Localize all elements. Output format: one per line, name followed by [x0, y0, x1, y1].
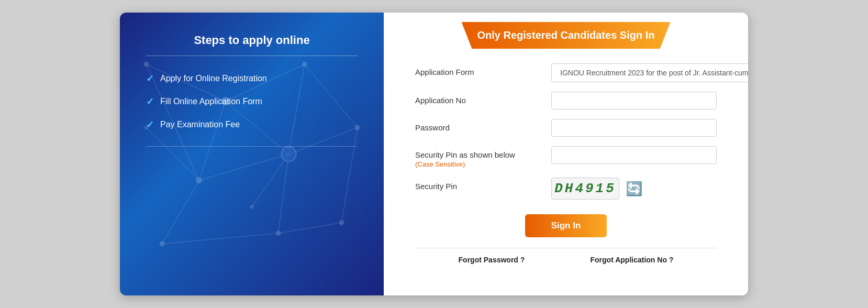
svg-line-7	[162, 180, 199, 244]
refresh-captcha-icon[interactable]: 🔄	[626, 181, 642, 197]
svg-line-9	[278, 154, 288, 233]
svg-point-23	[275, 230, 281, 236]
forgot-application-link[interactable]: Forgot Application No ?	[591, 256, 674, 264]
right-header: Only Registered Candidates Sign In	[462, 22, 671, 49]
captcha-label: Security Pin	[415, 178, 551, 191]
svg-line-12	[278, 223, 341, 233]
right-panel: Only Registered Candidates Sign In Appli…	[384, 13, 748, 295]
password-row: Password	[415, 119, 717, 137]
application-form-row: Application Form IGNOU Recruitment 2023 …	[415, 63, 717, 82]
svg-point-24	[339, 220, 344, 225]
application-form-label: Application Form	[415, 63, 551, 76]
step-3: ✓ Pay Examination Fee	[146, 119, 358, 130]
sign-in-row: Sign In	[415, 209, 717, 240]
svg-line-11	[162, 233, 279, 244]
step-2: ✓ Fill Online Application Form	[146, 96, 358, 107]
check-icon-2: ✓	[146, 96, 154, 107]
password-input[interactable]	[551, 119, 717, 137]
svg-point-22	[160, 241, 165, 246]
application-no-label: Application No	[415, 92, 551, 105]
svg-line-6	[199, 154, 288, 180]
check-icon-1: ✓	[146, 73, 154, 84]
security-pin-input-label: Security Pin as shown below (Case Sensit…	[415, 146, 551, 168]
security-pin-text: Security Pin as shown below	[415, 150, 515, 159]
case-sensitive-note: (Case Sensitive)	[415, 160, 551, 168]
form-divider	[415, 248, 717, 248]
captcha-display-row: DH4915 🔄	[551, 178, 642, 200]
main-card: Steps to apply online ✓ Apply for Online…	[120, 13, 748, 295]
right-header-title: Only Registered Candidates Sign In	[477, 29, 655, 41]
step-3-label: Pay Examination Fee	[160, 120, 240, 129]
step-1: ✓ Apply for Online Registration	[146, 73, 358, 84]
step-1-label: Apply for Online Registration	[160, 74, 267, 83]
sign-in-button[interactable]: Sign In	[525, 214, 607, 237]
forgot-password-link[interactable]: Forgot Password ?	[459, 256, 525, 264]
left-divider	[146, 146, 358, 147]
captcha-box: DH4915	[551, 178, 619, 200]
svg-point-26	[250, 205, 254, 209]
svg-point-19	[196, 177, 202, 183]
application-no-row: Application No	[415, 92, 717, 109]
check-icon-3: ✓	[146, 119, 154, 130]
security-pin-input-row: Security Pin as shown below (Case Sensit…	[415, 146, 717, 168]
svg-point-20	[281, 147, 296, 161]
captcha-row: Security Pin DH4915 🔄	[415, 178, 717, 200]
left-panel-title: Steps to apply online	[146, 34, 358, 56]
application-no-input[interactable]	[551, 92, 717, 109]
left-panel: Steps to apply online ✓ Apply for Online…	[120, 13, 384, 295]
password-label: Password	[415, 119, 551, 132]
form-area: Application Form IGNOU Recruitment 2023 …	[384, 49, 748, 295]
security-pin-input[interactable]	[551, 146, 717, 164]
application-form-select[interactable]: IGNOU Recruitment 2023 for the post of J…	[551, 63, 748, 82]
steps-list: ✓ Apply for Online Registration ✓ Fill O…	[146, 73, 358, 130]
left-content: Steps to apply online ✓ Apply for Online…	[146, 34, 358, 147]
svg-line-15	[252, 154, 289, 207]
forgot-links-row: Forgot Password ? Forgot Application No …	[415, 256, 717, 264]
step-2-label: Fill Online Application Form	[160, 97, 262, 106]
